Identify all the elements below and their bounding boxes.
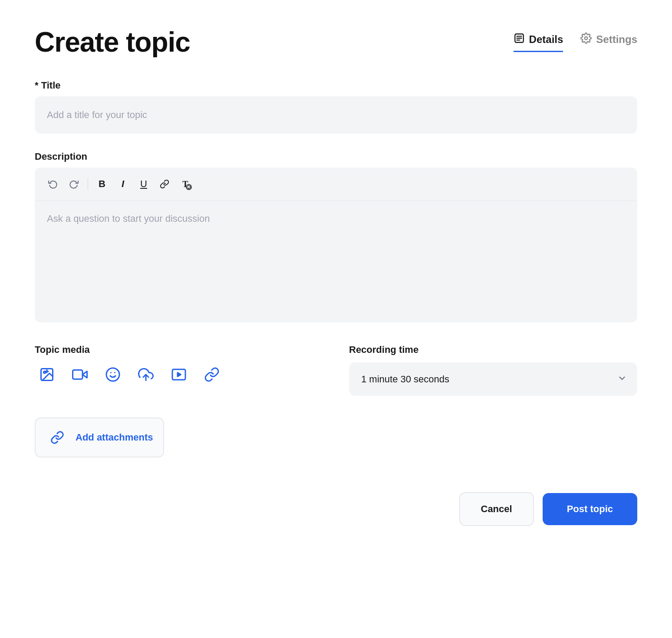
settings-icon (580, 33, 592, 46)
title-label: * Title (35, 80, 637, 91)
recording-select-wrapper: 30 seconds 1 minute 1 minute 30 seconds … (349, 362, 637, 396)
tab-settings-label: Settings (596, 33, 637, 46)
underline-button[interactable]: U (134, 174, 153, 194)
link-button[interactable] (155, 174, 174, 194)
title-input[interactable] (35, 96, 637, 134)
svg-point-4 (585, 36, 588, 39)
cancel-button[interactable]: Cancel (459, 492, 534, 526)
emoji-button[interactable] (101, 362, 125, 387)
video-button[interactable] (68, 362, 92, 387)
toolbar-divider-1 (88, 178, 88, 190)
attachments-section: Add attachments (35, 418, 637, 457)
svg-marker-11 (82, 372, 87, 378)
recording-time-select[interactable]: 30 seconds 1 minute 1 minute 30 seconds … (349, 362, 637, 396)
page-title: Create topic (35, 26, 190, 58)
editor-toolbar: B I U T (35, 168, 637, 201)
svg-marker-18 (178, 373, 181, 377)
upload-button[interactable] (134, 362, 158, 387)
clear-format-button[interactable]: T (176, 174, 195, 194)
svg-rect-12 (73, 370, 83, 379)
add-image-button[interactable] (35, 362, 59, 387)
description-editor: B I U T (35, 168, 637, 322)
header-tabs: Details Settings (514, 33, 637, 52)
description-placeholder: Ask a question to start your discussion (47, 213, 210, 224)
description-input[interactable]: Ask a question to start your discussion (35, 201, 637, 322)
page-header: Create topic Details Settings (35, 26, 637, 58)
tab-settings[interactable]: Settings (580, 33, 637, 52)
details-icon (514, 33, 525, 46)
add-attachments-button[interactable]: Add attachments (35, 418, 164, 457)
footer-actions: Cancel Post topic (35, 492, 637, 526)
add-attachments-label: Add attachments (76, 432, 153, 443)
topic-media-section: Topic media (35, 344, 323, 396)
recording-time-section: Recording time 30 seconds 1 minute 1 min… (349, 344, 637, 396)
attachment-link-icon (46, 426, 69, 449)
recording-time-label: Recording time (349, 344, 637, 355)
svg-point-13 (106, 368, 119, 381)
tab-details-label: Details (529, 33, 563, 46)
italic-button[interactable]: I (113, 174, 132, 194)
embed-video-button[interactable] (167, 362, 191, 387)
bold-button[interactable]: B (92, 174, 112, 194)
topic-media-label: Topic media (35, 344, 323, 355)
link-attachment-button[interactable] (200, 362, 224, 387)
post-topic-button[interactable]: Post topic (543, 493, 637, 525)
description-label: Description (35, 151, 637, 162)
description-section: Description B I U (35, 151, 637, 322)
media-recording-section: Topic media (35, 344, 637, 396)
undo-button[interactable] (43, 174, 63, 194)
tab-details[interactable]: Details (514, 33, 563, 52)
media-icons-group (35, 362, 323, 387)
title-section: * Title (35, 80, 637, 151)
redo-button[interactable] (64, 174, 83, 194)
